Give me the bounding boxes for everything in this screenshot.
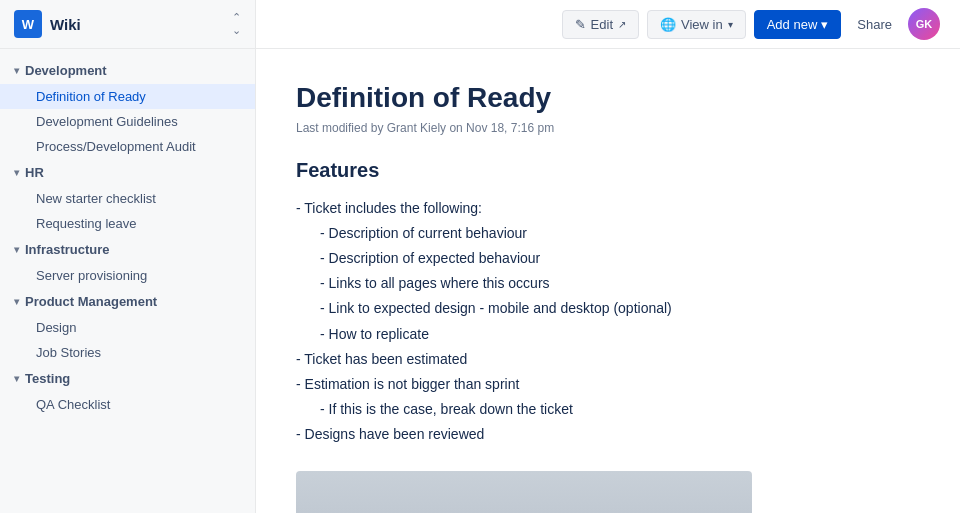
sidebar-item-development-guidelines[interactable]: Development Guidelines: [0, 109, 255, 134]
avatar-image: GK: [908, 8, 940, 40]
nav-group-infrastructure: ▾ Infrastructure Server provisioning: [0, 236, 255, 288]
list-item: - Description of current behaviour: [296, 221, 920, 246]
nav-group-header-infrastructure[interactable]: ▾ Infrastructure: [0, 236, 255, 263]
edit-icon: ✎: [575, 17, 586, 32]
avatar[interactable]: GK: [908, 8, 940, 40]
sidebar-item-definition-of-ready[interactable]: Definition of Ready: [0, 84, 255, 109]
list-item: - Estimation is not bigger than sprint: [296, 372, 920, 397]
nav-group-header-testing[interactable]: ▾ Testing: [0, 365, 255, 392]
sidebar-item-design[interactable]: Design: [0, 315, 255, 340]
chevron-down-icon: ▾: [14, 296, 19, 307]
view-in-button[interactable]: 🌐 View in ▾: [647, 10, 746, 39]
nav-group-product-management: ▾ Product Management Design Job Stories: [0, 288, 255, 365]
list-item: - Link to expected design - mobile and d…: [296, 296, 920, 321]
sidebar-item-requesting-leave[interactable]: Requesting leave: [0, 211, 255, 236]
list-item: - Ticket includes the following:: [296, 196, 920, 221]
sidebar-collapse-icon[interactable]: ⌃⌄: [232, 11, 241, 37]
sidebar-logo-area: W Wiki: [14, 10, 81, 38]
list-item: - How to replicate: [296, 322, 920, 347]
sidebar-header: W Wiki ⌃⌄: [0, 0, 255, 49]
nav-group-label-testing: Testing: [25, 371, 70, 386]
sidebar-logo: W: [14, 10, 42, 38]
nav-group-label-development: Development: [25, 63, 107, 78]
chevron-down-icon: ▾: [14, 167, 19, 178]
page-title: Definition of Ready: [296, 81, 920, 115]
page-image: [296, 471, 752, 513]
sidebar-item-job-stories[interactable]: Job Stories: [0, 340, 255, 365]
sidebar-title: Wiki: [50, 16, 81, 33]
sidebar-item-new-starter-checklist[interactable]: New starter checklist: [0, 186, 255, 211]
share-button[interactable]: Share: [849, 11, 900, 38]
features-list: - Ticket includes the following: - Descr…: [296, 196, 920, 448]
globe-icon: 🌐: [660, 17, 676, 32]
page-meta: Last modified by Grant Kiely on Nov 18, …: [296, 121, 920, 135]
chevron-down-icon: ▾: [821, 17, 828, 32]
list-item: - If this is the case, break down the ti…: [296, 397, 920, 422]
main-content-area: ✎ Edit ↗ 🌐 View in ▾ Add new ▾ Share GK …: [256, 0, 960, 513]
nav-group-development: ▾ Development Definition of Ready Develo…: [0, 57, 255, 159]
top-toolbar: ✎ Edit ↗ 🌐 View in ▾ Add new ▾ Share GK: [256, 0, 960, 49]
list-item: - Links to all pages where this occurs: [296, 271, 920, 296]
chevron-down-icon: ▾: [728, 19, 733, 30]
image-placeholder: [296, 471, 752, 513]
page-content: Definition of Ready Last modified by Gra…: [256, 49, 960, 513]
nav-group-label-infrastructure: Infrastructure: [25, 242, 110, 257]
nav-group-header-development[interactable]: ▾ Development: [0, 57, 255, 84]
external-link-icon: ↗: [618, 19, 626, 30]
nav-group-label-hr: HR: [25, 165, 44, 180]
nav-group-header-hr[interactable]: ▾ HR: [0, 159, 255, 186]
nav-group-label-product-management: Product Management: [25, 294, 157, 309]
list-item: - Ticket has been estimated: [296, 347, 920, 372]
chevron-down-icon: ▾: [14, 65, 19, 76]
nav-group-testing: ▾ Testing QA Checklist: [0, 365, 255, 417]
sidebar: W Wiki ⌃⌄ ▾ Development Definition of Re…: [0, 0, 256, 513]
add-new-button[interactable]: Add new ▾: [754, 10, 842, 39]
nav-group-hr: ▾ HR New starter checklist Requesting le…: [0, 159, 255, 236]
edit-button[interactable]: ✎ Edit ↗: [562, 10, 639, 39]
features-heading: Features: [296, 159, 920, 182]
list-item: - Designs have been reviewed: [296, 422, 920, 447]
chevron-down-icon: ▾: [14, 373, 19, 384]
sidebar-item-qa-checklist[interactable]: QA Checklist: [0, 392, 255, 417]
nav-group-header-product-management[interactable]: ▾ Product Management: [0, 288, 255, 315]
chevron-down-icon: ▾: [14, 244, 19, 255]
sidebar-item-process-development-audit[interactable]: Process/Development Audit: [0, 134, 255, 159]
list-item: - Description of expected behaviour: [296, 246, 920, 271]
sidebar-nav: ▾ Development Definition of Ready Develo…: [0, 49, 255, 425]
sidebar-item-server-provisioning[interactable]: Server provisioning: [0, 263, 255, 288]
